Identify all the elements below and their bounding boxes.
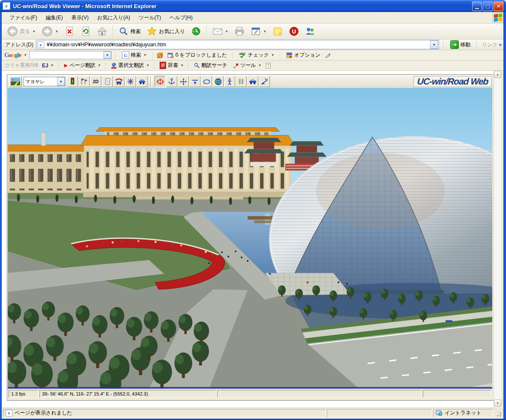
dictionary-button[interactable]: 辞 辞書 ▼	[158, 61, 185, 70]
scroll-up-button[interactable]: ▲	[494, 71, 501, 78]
messenger-button[interactable]	[303, 25, 318, 38]
refresh-icon	[81, 26, 91, 36]
browser-window: e UC-win/Road Web Viewer - Microsoft Int…	[0, 0, 506, 420]
rotate-mode-button[interactable]	[155, 76, 166, 87]
standard-toolbar: 戻る ▼ ▼ 検索 お気に入り ▼	[2, 24, 503, 39]
popup-blocker-button[interactable]: 0 をブロックしました	[166, 51, 229, 60]
walk-mode-button[interactable]	[224, 76, 235, 87]
google-search-input[interactable]	[30, 51, 103, 59]
svg-text:?: ?	[267, 63, 270, 68]
print-icon	[234, 26, 245, 36]
forward-move-button[interactable]	[189, 76, 200, 87]
menu-edit[interactable]: 編集(E)	[41, 12, 67, 23]
camera-select-arrow[interactable]: ▼	[57, 77, 65, 86]
print-button[interactable]	[232, 25, 247, 38]
intersection-button[interactable]	[125, 76, 136, 87]
selection-translate-label: 選択文翻訳	[118, 62, 144, 69]
go-button[interactable]: ➜ 移動	[448, 40, 472, 49]
minimize-button[interactable]: ▁	[472, 1, 482, 11]
script-icon	[104, 78, 111, 85]
google-search-dropdown[interactable]: ▼	[103, 51, 111, 59]
window-border-left	[0, 12, 2, 419]
traffic-view-button[interactable]	[136, 76, 148, 87]
menu-file[interactable]: ファイル(F)	[5, 12, 41, 23]
address-label: アドレス(D)	[5, 41, 33, 48]
title-bar: e UC-win/Road Web Viewer - Microsoft Int…	[0, 0, 506, 12]
google-search-button[interactable]: G 検索 ▼	[120, 51, 148, 60]
options-icon	[286, 52, 292, 58]
vehicle-icon	[138, 79, 146, 85]
links-label[interactable]: リンク »	[482, 41, 502, 48]
script-button[interactable]	[102, 76, 113, 87]
flags-button[interactable]	[79, 76, 90, 87]
google-logo[interactable]: Google	[4, 51, 21, 59]
mail-icon	[212, 26, 223, 36]
drive-mode-button[interactable]	[247, 76, 258, 87]
address-field: e ▼	[36, 40, 439, 49]
selection-translate-icon: 史	[111, 63, 116, 69]
notes-button[interactable]	[270, 25, 285, 38]
refresh-button[interactable]	[78, 25, 94, 38]
translate-search-label: 翻訳サーチ	[201, 62, 227, 69]
maximize-button[interactable]: □	[483, 1, 493, 11]
spellcheck-label: チェック	[248, 51, 269, 59]
translate-help-icon[interactable]: ?	[265, 62, 272, 69]
elevation-mode-button[interactable]	[166, 76, 177, 87]
options-label: オプション	[294, 51, 320, 59]
viewport-3d[interactable]	[8, 88, 492, 389]
history-icon	[191, 26, 201, 36]
pan-mode-button[interactable]	[178, 76, 189, 87]
translate-search-button[interactable]: 翻訳サーチ	[192, 61, 229, 70]
ej-label: EJ	[42, 63, 48, 69]
vertical-scrollbar[interactable]: ▲ ▼	[494, 71, 501, 407]
home-button[interactable]	[94, 25, 110, 38]
selection-translate-button[interactable]: 史 選択文翻訳 ▼	[109, 61, 151, 70]
search-label: 検索	[130, 28, 141, 35]
edit-button[interactable]: ▼	[248, 25, 269, 38]
status-message: ページが表示されました	[15, 409, 72, 417]
pagerank-icon[interactable]	[157, 52, 164, 58]
drive-scenario-button[interactable]	[113, 76, 124, 87]
glide-icon	[191, 79, 199, 85]
back-button[interactable]: 戻る ▼	[4, 24, 38, 38]
menu-tools[interactable]: ツール(T)	[134, 12, 165, 23]
close-button[interactable]: ✕	[494, 1, 503, 11]
menu-help[interactable]: ヘルプ(H)	[165, 12, 197, 23]
spellcheck-button[interactable]: ABC チェック ▼	[237, 51, 276, 60]
favorites-button[interactable]: お気に入り	[144, 25, 188, 38]
ej-direction-button[interactable]: EJ ▼	[40, 62, 56, 69]
globe-view-button[interactable]	[212, 76, 224, 87]
forward-button[interactable]: ▼	[39, 24, 61, 38]
camera-select[interactable]: マヨヤレ ▼	[24, 77, 65, 86]
google-logo-dropdown[interactable]: ▼	[24, 53, 27, 57]
scene-select-button[interactable]	[9, 76, 22, 87]
orbit-mode-button[interactable]	[201, 76, 212, 87]
history-button[interactable]	[188, 25, 204, 38]
yellow-note-icon	[273, 26, 283, 36]
mail-button[interactable]: ▼	[210, 25, 231, 38]
pause-button[interactable]	[236, 76, 247, 87]
stop-button[interactable]	[62, 25, 77, 38]
options-button[interactable]: オプション	[285, 51, 322, 60]
address-dropdown-arrow[interactable]: ▼	[430, 40, 438, 49]
viewer-status-spacer	[217, 390, 422, 398]
translate-tools-button[interactable]: ツール ▼	[231, 61, 263, 70]
favorites-star-icon	[147, 26, 157, 36]
status-message-pane: e ページが表示されました	[3, 409, 326, 417]
menu-view[interactable]: 表示(V)	[67, 12, 93, 23]
search-button[interactable]: 検索	[116, 25, 143, 38]
links-chevron: »	[499, 42, 502, 48]
address-input[interactable]	[46, 41, 429, 48]
traffic-light-icon	[70, 78, 75, 85]
2d-view-button[interactable]: 2D	[90, 76, 101, 87]
popup-blocker-label: 0 をブロックしました	[176, 51, 227, 59]
scroll-down-button[interactable]: ▼	[494, 399, 501, 407]
edit-icon	[251, 26, 261, 36]
highlighter-icon[interactable]	[324, 52, 331, 58]
traffic-signal-button[interactable]	[67, 76, 78, 87]
menu-favorites[interactable]: お気に入り(A)	[93, 12, 134, 23]
page-translate-button[interactable]: ▶ ページ翻訳 ▼	[62, 61, 103, 70]
realplayer-button[interactable]: U	[286, 25, 302, 38]
fly-mode-button[interactable]	[259, 76, 270, 87]
resize-grip[interactable]	[495, 409, 502, 417]
